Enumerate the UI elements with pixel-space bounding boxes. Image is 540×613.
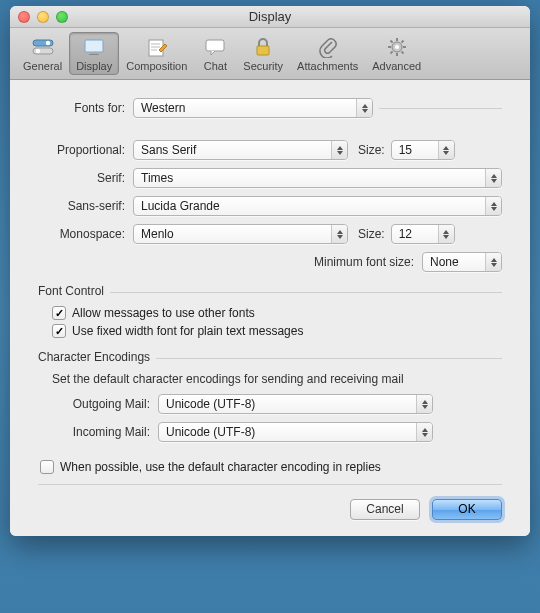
zoom-icon[interactable]: [56, 11, 68, 23]
cancel-button[interactable]: Cancel: [350, 499, 420, 520]
svg-rect-12: [257, 46, 269, 55]
svg-line-21: [390, 51, 392, 53]
divider: [379, 108, 502, 109]
toolbar-composition[interactable]: Composition: [119, 32, 194, 75]
fixed-width-plain-label: Use fixed width font for plain text mess…: [72, 324, 303, 338]
chevron-updown-icon: [485, 197, 501, 215]
content-area: Fonts for: Western Proportional: Sans Se…: [10, 80, 530, 536]
svg-point-3: [35, 49, 39, 53]
lock-icon: [249, 35, 277, 59]
incoming-mail-select[interactable]: Unicode (UTF-8): [158, 422, 433, 442]
proportional-size-select[interactable]: 15: [391, 140, 455, 160]
serif-label: Serif:: [38, 171, 133, 185]
min-font-size-label: Minimum font size:: [314, 255, 414, 269]
switches-icon: [29, 35, 57, 59]
font-control-section: Font Control: [38, 284, 502, 298]
outgoing-mail-select[interactable]: Unicode (UTF-8): [158, 394, 433, 414]
svg-line-20: [401, 51, 403, 53]
window-title: Display: [249, 9, 292, 24]
chevron-updown-icon: [438, 141, 454, 159]
fonts-for-select[interactable]: Western: [133, 98, 373, 118]
button-bar: Cancel OK: [38, 484, 502, 520]
svg-rect-11: [206, 40, 224, 51]
chat-bubble-icon: [201, 35, 229, 59]
divider: [110, 292, 502, 293]
chevron-updown-icon: [438, 225, 454, 243]
proportional-select[interactable]: Sans Serif: [133, 140, 348, 160]
chevron-updown-icon: [416, 423, 432, 441]
svg-rect-6: [89, 54, 99, 55]
allow-other-fonts-checkbox[interactable]: [52, 306, 66, 320]
chevron-updown-icon: [485, 253, 501, 271]
monospace-label: Monospace:: [38, 227, 133, 241]
display-icon: [80, 35, 108, 59]
svg-point-2: [45, 41, 49, 45]
divider: [156, 358, 502, 359]
outgoing-mail-label: Outgoing Mail:: [38, 397, 158, 411]
close-icon[interactable]: [18, 11, 30, 23]
monospace-select[interactable]: Menlo: [133, 224, 348, 244]
traffic-lights: [18, 11, 68, 23]
toolbar-general[interactable]: General: [16, 32, 69, 75]
chevron-updown-icon: [331, 141, 347, 159]
svg-point-14: [395, 45, 399, 49]
incoming-mail-label: Incoming Mail:: [38, 425, 158, 439]
fonts-for-label: Fonts for:: [38, 101, 133, 115]
chevron-updown-icon: [331, 225, 347, 243]
toolbar-security[interactable]: Security: [236, 32, 290, 75]
titlebar: Display: [10, 6, 530, 28]
ok-button[interactable]: OK: [432, 499, 502, 520]
preferences-window: Display General Display Composition Chat: [10, 6, 530, 536]
toolbar-attachments[interactable]: Attachments: [290, 32, 365, 75]
pencil-paper-icon: [143, 35, 171, 59]
toolbar-advanced[interactable]: Advanced: [365, 32, 428, 75]
toolbar-display[interactable]: Display: [69, 32, 119, 75]
proportional-size-label: Size:: [358, 143, 385, 157]
minimize-icon[interactable]: [37, 11, 49, 23]
serif-select[interactable]: Times: [133, 168, 502, 188]
chevron-updown-icon: [485, 169, 501, 187]
svg-line-19: [390, 41, 392, 43]
encodings-description: Set the default character encodings for …: [52, 372, 502, 386]
toolbar: General Display Composition Chat Securit…: [10, 28, 530, 80]
allow-other-fonts-label: Allow messages to use other fonts: [72, 306, 255, 320]
proportional-label: Proportional:: [38, 143, 133, 157]
paperclip-icon: [314, 35, 342, 59]
default-encoding-reply-label: When possible, use the default character…: [60, 460, 381, 474]
encodings-section: Character Encodings: [38, 350, 502, 364]
min-font-size-select[interactable]: None: [422, 252, 502, 272]
svg-rect-4: [85, 40, 103, 52]
chevron-updown-icon: [416, 395, 432, 413]
fixed-width-plain-checkbox[interactable]: [52, 324, 66, 338]
sans-serif-select[interactable]: Lucida Grande: [133, 196, 502, 216]
gear-icon: [383, 35, 411, 59]
default-encoding-reply-checkbox[interactable]: [40, 460, 54, 474]
chevron-updown-icon: [356, 99, 372, 117]
svg-rect-5: [91, 52, 97, 54]
svg-line-22: [401, 41, 403, 43]
monospace-size-select[interactable]: 12: [391, 224, 455, 244]
sans-serif-label: Sans-serif:: [38, 199, 133, 213]
toolbar-chat[interactable]: Chat: [194, 32, 236, 75]
monospace-size-label: Size:: [358, 227, 385, 241]
